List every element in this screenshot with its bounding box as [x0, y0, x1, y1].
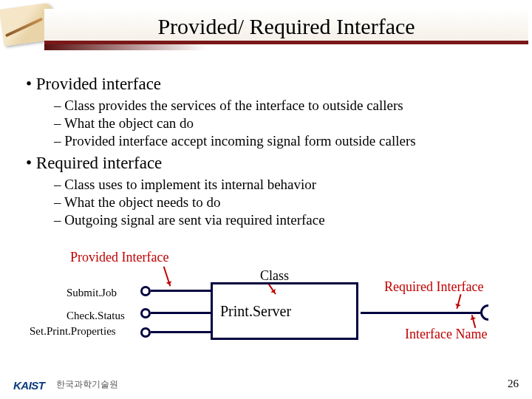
bullet-required-item: Outgoing signal are sent via required in… [54, 211, 514, 229]
label-required-interface: Required Interface [384, 279, 483, 295]
bullet-provided-item: Class provides the services of the inter… [54, 97, 514, 115]
footer: KAIST 한국과학기술원 26 [0, 375, 532, 395]
bullet-required-item: What the object needs to do [54, 194, 514, 211]
label-port-submit: Submit.Job [66, 287, 117, 299]
lollipop-connector [151, 331, 211, 333]
arrow-icon [163, 266, 171, 286]
bullet-provided-item: Provided interface accept incoming signa… [54, 132, 514, 150]
label-provided-interface: Provided Interface [70, 250, 168, 265]
page-number: 26 [508, 378, 519, 390]
label-class: Class [260, 268, 289, 284]
class-name: Print.Server [220, 303, 291, 320]
title-bar: Provided/ Required Interface [44, 9, 528, 44]
required-connector [361, 312, 480, 314]
bullet-required-heading: Required interface [26, 154, 514, 173]
title-accent [44, 44, 207, 50]
slide-title: Provided/ Required Interface [157, 14, 415, 39]
lollipop-connector [151, 312, 211, 314]
logo-kaist: KAIST [13, 379, 45, 392]
lollipop-icon [140, 308, 151, 318]
lollipop-connector [151, 290, 211, 292]
bullet-required-item: Class uses to implement its internal beh… [54, 176, 514, 194]
label-interface-name: Interface Name [405, 327, 487, 342]
lollipop-icon [140, 327, 151, 338]
arrow-icon [456, 294, 461, 309]
lollipop-icon [140, 286, 151, 296]
bullet-provided-heading: Provided interface [26, 75, 514, 94]
class-box: Print.Server [211, 282, 358, 340]
logo-korean: 한국과학기술원 [56, 378, 118, 391]
content-area: Provided interface Class provides the se… [26, 70, 514, 229]
label-port-check: Check.Status [66, 310, 129, 321]
uml-diagram: Provided Interface Submit.Job Check.Stat… [0, 244, 532, 362]
label-port-setprops: Set.Print.Properties [30, 325, 116, 338]
socket-icon [480, 304, 488, 321]
bullet-provided-item: What the object can do [54, 115, 514, 132]
